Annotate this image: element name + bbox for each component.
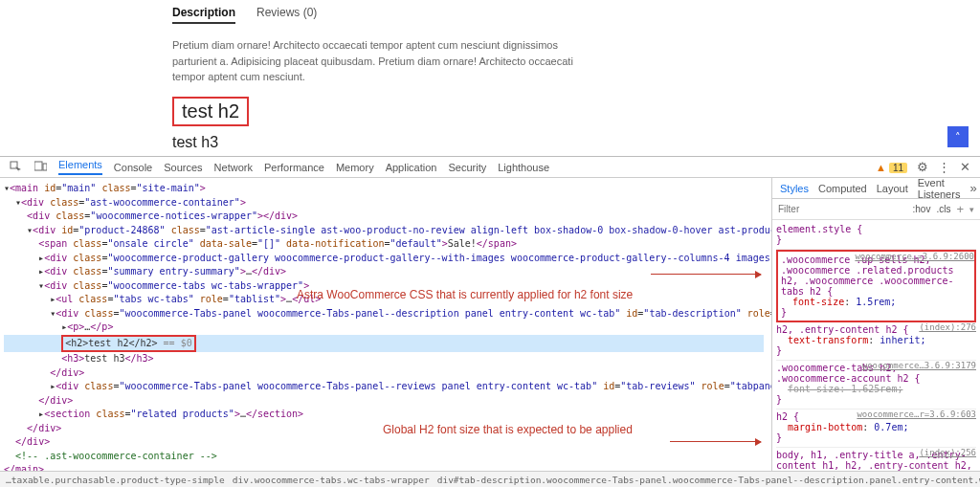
- tab-lighthouse[interactable]: Lighthouse: [498, 162, 549, 173]
- css-rule[interactable]: woocommerce…=3.6.9:2600.woocommerce .up-…: [776, 250, 976, 322]
- styles-tab-layout[interactable]: Layout: [877, 183, 908, 194]
- dom-line[interactable]: ▸<div class="woocommerce-Tabs-panel wooc…: [4, 380, 764, 394]
- devtools-tabbar: Elements Console Sources Network Perform…: [0, 157, 980, 178]
- styles-tab-event-listeners[interactable]: Event Listeners: [918, 178, 961, 200]
- styles-filter-row: :hov .cls + ▾: [772, 199, 980, 220]
- tab-console[interactable]: Console: [114, 162, 152, 173]
- tab-reviews[interactable]: Reviews (0): [256, 6, 317, 24]
- styles-more-icon[interactable]: »: [969, 181, 976, 195]
- dom-line[interactable]: ▾<div id="product-24868" class="ast-arti…: [4, 224, 764, 238]
- tab-security[interactable]: Security: [448, 162, 486, 173]
- css-rule[interactable]: woocommerce…r=3.6.9:603h2 {margin-bottom…: [776, 410, 976, 448]
- dom-line[interactable]: ▸<div class="woocommerce-product-gallery…: [4, 252, 764, 266]
- new-style-rule-icon[interactable]: +: [956, 202, 964, 216]
- close-devtools-icon[interactable]: ✕: [960, 160, 970, 174]
- rendered-page: Description Reviews (0) Pretium diam orn…: [0, 0, 980, 156]
- dom-line[interactable]: ▾<main id="main" class="site-main">: [4, 182, 764, 196]
- cls-toggle[interactable]: .cls: [936, 204, 950, 214]
- css-rule[interactable]: (index):276h2, .entry-content h2 {text-t…: [776, 322, 976, 361]
- crumb-item[interactable]: …taxable.purchasable.product-type-simple: [6, 475, 225, 485]
- tab-description[interactable]: Description: [172, 6, 235, 24]
- tab-sources[interactable]: Sources: [164, 162, 202, 173]
- product-tabs: Description Reviews (0): [172, 6, 808, 24]
- styles-tabbar: Styles Computed Layout Event Listeners »: [772, 178, 980, 199]
- annotation-global-h2: Global H2 font size that is expected to …: [383, 422, 679, 438]
- warnings-badge[interactable]: ▲ 11: [876, 162, 907, 173]
- dom-line[interactable]: ▸<p>…</p>: [4, 321, 764, 335]
- css-rules-list[interactable]: element.style {}woocommerce…=3.6.9:2600.…: [772, 220, 980, 487]
- tab-network[interactable]: Network: [214, 162, 253, 173]
- devtools-panel: Elements Console Sources Network Perform…: [0, 156, 980, 487]
- test-h3-heading: test h3: [172, 134, 808, 151]
- dom-line[interactable]: <h2>test h2</h2> == $0: [4, 335, 764, 353]
- tab-application[interactable]: Application: [386, 162, 437, 173]
- dom-line[interactable]: <div class="woocommerce-notices-wrapper"…: [4, 210, 764, 224]
- tab-elements[interactable]: Elements: [58, 159, 102, 175]
- inspect-icon[interactable]: [10, 161, 23, 174]
- styles-panel: Styles Computed Layout Event Listeners »…: [771, 178, 980, 487]
- elements-breadcrumb[interactable]: …taxable.purchasable.product-type-simple…: [0, 471, 980, 487]
- dom-line[interactable]: ▸<section class="related products">…</se…: [4, 408, 764, 422]
- annotation-applied-css: Astra WooCommerce CSS that is currently …: [297, 287, 651, 303]
- css-rule[interactable]: element.style {}: [776, 222, 976, 250]
- device-toggle-icon[interactable]: [34, 161, 47, 173]
- scroll-to-top-button[interactable]: ˄: [947, 126, 969, 147]
- dom-line[interactable]: </div>: [4, 366, 764, 381]
- styles-tab-computed[interactable]: Computed: [818, 183, 867, 194]
- styles-tab-styles[interactable]: Styles: [780, 183, 809, 194]
- styles-filter-input[interactable]: [778, 204, 907, 214]
- dom-line[interactable]: <span class="onsale circle" data-sale="[…: [4, 237, 764, 252]
- svg-rect-1: [34, 162, 42, 170]
- dom-line[interactable]: <!-- .ast-woocommerce-container -->: [4, 450, 764, 464]
- elements-panel[interactable]: ▾<main id="main" class="site-main"> ▾<di…: [0, 178, 771, 487]
- css-rule[interactable]: woocommerce…3.6.9:3179.woocommerce-tabs …: [776, 361, 976, 410]
- settings-icon[interactable]: ⚙: [917, 160, 928, 174]
- arrow-top: [651, 274, 761, 275]
- dom-line[interactable]: ▾<div class="ast-woocommerce-container">: [4, 196, 764, 210]
- crumb-item[interactable]: div#tab-description.woocommerce-Tabs-pan…: [437, 475, 980, 485]
- tab-performance[interactable]: Performance: [264, 162, 324, 173]
- more-icon[interactable]: ⋮: [938, 160, 950, 174]
- tab-memory[interactable]: Memory: [336, 162, 374, 173]
- styles-filter-more-icon[interactable]: ▾: [969, 205, 974, 214]
- description-paragraph: Pretium diam ornare! Architecto occaecat…: [172, 37, 603, 85]
- svg-rect-2: [43, 164, 47, 170]
- dom-line[interactable]: </div>: [4, 394, 764, 409]
- hov-toggle[interactable]: :hov: [913, 204, 931, 214]
- test-h2-heading: test h2: [174, 99, 247, 124]
- dom-line[interactable]: <h3>test h3</h3>: [4, 352, 764, 366]
- dom-line[interactable]: ▾<div class="woocommerce-Tabs-panel wooc…: [4, 307, 764, 321]
- dom-line[interactable]: ▸<div class="summary entry-summary">…</d…: [4, 265, 764, 279]
- arrow-bottom: [670, 441, 761, 442]
- crumb-item[interactable]: div.woocommerce-tabs.wc-tabs-wrapper: [233, 475, 430, 485]
